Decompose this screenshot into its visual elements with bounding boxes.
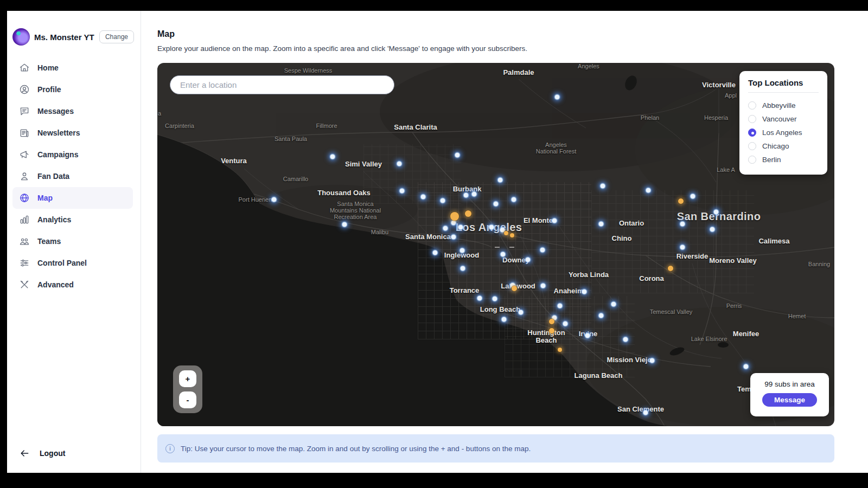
sidebar-item-messages[interactable]: Messages (12, 100, 133, 122)
subscriber-dot-blue (464, 193, 468, 197)
sidebar-item-label: Newsletters (37, 129, 80, 137)
location-option-berlin[interactable]: Berlin (748, 153, 819, 166)
subscriber-dot-blue (526, 258, 530, 262)
zoom-in-button[interactable]: + (179, 370, 196, 387)
subscriber-dot-blue (582, 290, 586, 294)
location-option-abbeyville[interactable]: Abbeyville (748, 99, 819, 112)
subscriber-dot-blue (472, 192, 476, 196)
subscriber-dot-blue (498, 178, 502, 182)
map-canvas[interactable]: Sespe WildernessAngelesaCarpinteriaFillm… (157, 63, 834, 426)
radio-icon[interactable] (748, 129, 756, 137)
subscriber-dot-blue (489, 225, 494, 229)
subscriber-dot-blue (601, 184, 605, 188)
subscriber-dot-blue (458, 225, 463, 229)
subscriber-dot-blue (501, 252, 505, 256)
subscriber-dot-blue (397, 162, 401, 166)
subscriber-dot-blue (680, 245, 685, 249)
top-locations-panel: Top Locations Abbeyville Vancouver Los A… (739, 71, 827, 175)
sidebar-item-label: Control Panel (37, 259, 87, 267)
page-title: Map (157, 29, 868, 39)
subscriber-dot-blue (502, 317, 506, 322)
user-row: Ms. Monster YT Change (7, 11, 141, 46)
sidebar-item-label: Home (37, 63, 59, 72)
logout-label: Logout (40, 449, 65, 458)
subscriber-dot-blue (477, 296, 482, 300)
subscriber-dot-orange (465, 210, 471, 217)
subscriber-dot-blue (710, 227, 714, 232)
zoom-out-button[interactable]: - (179, 391, 196, 408)
zoom-control: + - (173, 365, 202, 413)
subscriber-dot-blue (330, 155, 335, 159)
message-button[interactable]: Message (762, 393, 817, 407)
subscriber-dot-orange (510, 233, 514, 237)
bar-chart-icon (19, 214, 30, 225)
search-input[interactable] (170, 75, 394, 94)
sidebar-item-advanced[interactable]: Advanced (12, 274, 133, 296)
subscriber-dot-blue (494, 202, 498, 206)
home-icon (19, 62, 30, 73)
subscriber-dot-orange (668, 266, 673, 271)
location-option-los-angeles[interactable]: Los Angeles (748, 126, 819, 139)
location-option-chicago[interactable]: Chicago (748, 139, 819, 153)
radio-icon[interactable] (748, 156, 756, 164)
subscriber-dot-blue (400, 189, 404, 193)
sidebar-item-campaigns[interactable]: Campaigns (12, 144, 133, 165)
megaphone-icon (19, 149, 30, 160)
sidebar-item-label: Advanced (37, 280, 74, 289)
info-icon: i (165, 444, 175, 453)
sidebar-item-analytics[interactable]: Analytics (12, 209, 133, 230)
tools-icon (19, 279, 30, 290)
sidebar-item-control-panel[interactable]: Control Panel (12, 252, 133, 274)
radio-icon[interactable] (748, 142, 756, 150)
person-icon (19, 171, 30, 182)
avatar (12, 28, 30, 46)
radio-icon[interactable] (748, 115, 756, 123)
subscriber-dot-blue (599, 313, 603, 318)
subscriber-dot-orange (549, 319, 554, 324)
subscriber-dot-blue (441, 198, 445, 203)
app-window: Ms. Monster YT Change Home Profile Messa… (7, 11, 868, 473)
subscriber-dot-blue (714, 210, 718, 214)
subscriber-dot-blue (563, 322, 567, 326)
subscriber-dot-blue (272, 197, 276, 202)
subscriber-dot-blue (643, 410, 648, 415)
sidebar-item-label: Fan Data (37, 172, 69, 181)
crosshair-dash (495, 247, 500, 248)
users-icon (19, 236, 30, 247)
sidebar-item-label: Campaigns (37, 150, 78, 159)
sidebar-item-home[interactable]: Home (12, 57, 133, 79)
chat-bubble-icon (19, 106, 30, 117)
subscriber-dot-orange (678, 198, 684, 204)
user-name: Ms. Monster YT (34, 33, 95, 42)
subscriber-dot-blue (455, 153, 459, 157)
sidebar-item-newsletters[interactable]: Newsletters (12, 122, 133, 144)
sidebar-item-teams[interactable]: Teams (12, 230, 133, 252)
logout-button[interactable]: Logout (19, 448, 65, 459)
sidebar-item-label: Messages (37, 107, 74, 115)
location-option-vancouver[interactable]: Vancouver (748, 112, 819, 126)
sidebar-item-profile[interactable]: Profile (12, 79, 133, 100)
sidebar-item-label: Teams (37, 237, 61, 246)
location-option-label: Abbeyville (762, 101, 796, 110)
main-content: Map Explore your audience on the map. Zo… (141, 11, 868, 473)
sidebar-item-label: Analytics (37, 215, 71, 224)
divider (748, 92, 819, 93)
subscriber-dot-blue (599, 222, 603, 226)
change-account-button[interactable]: Change (99, 30, 134, 43)
subscriber-dot-blue (555, 95, 559, 99)
subscriber-dot-blue (541, 284, 545, 288)
street-grid (505, 296, 635, 377)
arrow-left-icon (19, 448, 30, 459)
sidebar-nav: Home Profile Messages Newsletters Campai… (7, 57, 141, 296)
subs-count-text: 99 subs in area (750, 380, 829, 388)
sidebar-item-fan-data[interactable]: Fan Data (12, 165, 133, 187)
subscriber-dot-blue (691, 194, 695, 198)
street-grid (363, 144, 461, 204)
subscriber-dot-blue (611, 302, 616, 306)
newspaper-icon (19, 127, 30, 138)
subscriber-dot-blue (461, 266, 465, 271)
subscriber-dot-blue (623, 337, 628, 342)
location-option-label: Berlin (762, 156, 781, 164)
radio-icon[interactable] (748, 101, 756, 110)
sidebar-item-map[interactable]: Map (12, 187, 133, 209)
